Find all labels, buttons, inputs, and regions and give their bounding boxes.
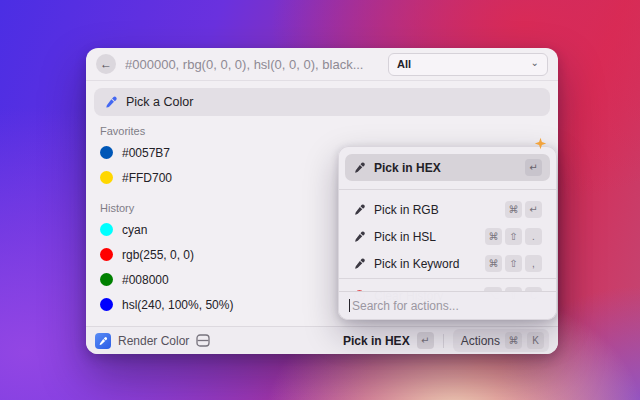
eyedropper-icon [353, 230, 366, 243]
primary-action-button[interactable]: Pick in HEX [343, 334, 410, 348]
eyedropper-icon [98, 336, 108, 346]
cmd-key-badge: ⌘ [505, 201, 522, 218]
desktop-background: ← #000000, rbg(0, 0, 0), hsl(0, 0, 0), b… [0, 0, 640, 400]
comma-key-badge: , [525, 255, 542, 272]
color-label: cyan [122, 223, 147, 237]
color-swatch [100, 146, 113, 159]
color-label: #FFD700 [122, 171, 172, 185]
eyedropper-icon [353, 161, 366, 174]
filter-dropdown-value: All [397, 58, 411, 70]
cmd-key-badge: ⌘ [485, 255, 502, 272]
action-label: Pick in Keyword [374, 257, 477, 271]
printer-icon [196, 334, 210, 347]
color-label: rgb(255, 0, 0) [122, 248, 194, 262]
actions-popup: Pick in HEX ↵ Pick in RGB ⌘ ↵ Pick in HS… [338, 146, 557, 320]
popup-divider [339, 189, 556, 190]
actions-search-placeholder: Search for actions... [352, 299, 459, 313]
color-label: #0057B7 [122, 146, 170, 160]
footer-divider [443, 334, 444, 348]
actions-label: Actions [461, 334, 500, 348]
text-caret [349, 299, 350, 312]
filter-dropdown[interactable]: All ⌄ [388, 53, 548, 76]
action-pick-in-keyword[interactable]: Pick in Keyword ⌘ ⇧ , [345, 250, 550, 277]
action-pick-in-hsl[interactable]: Pick in HSL ⌘ ⇧ . [345, 223, 550, 250]
window-footer: Render Color Pick in HEX ↵ Actions ⌘ K [86, 326, 558, 354]
color-swatch [100, 171, 113, 184]
color-swatch [100, 248, 113, 261]
return-key-badge: ↵ [417, 332, 434, 349]
popup-divider [339, 278, 556, 279]
color-swatch [100, 298, 113, 311]
cmd-key-badge: ⌘ [485, 228, 502, 245]
color-search-input[interactable]: #000000, rbg(0, 0, 0), hsl(0, 0, 0), bla… [125, 57, 379, 72]
color-label: hsl(240, 100%, 50%) [122, 298, 233, 312]
chevron-down-icon: ⌄ [531, 57, 539, 68]
action-label: Pick in RGB [374, 203, 497, 217]
action-label: Pick in HEX [374, 161, 517, 175]
color-swatch [100, 223, 113, 236]
app-name: Render Color [118, 334, 189, 348]
return-key-badge: ↵ [525, 159, 542, 176]
cmd-key-badge: ⌘ [505, 332, 522, 349]
action-label: Pick in HSL [374, 230, 477, 244]
section-label-favorites: Favorites [100, 125, 558, 137]
command-label: Pick a Color [126, 95, 193, 109]
shift-key-badge: ⇧ [505, 228, 522, 245]
shift-key-badge: ⇧ [505, 255, 522, 272]
color-label: #008000 [122, 273, 169, 287]
return-key-badge: ↵ [525, 201, 542, 218]
window-header: ← #000000, rbg(0, 0, 0), hsl(0, 0, 0), b… [86, 48, 558, 81]
action-pick-in-rgb[interactable]: Pick in RGB ⌘ ↵ [345, 196, 550, 223]
eyedropper-icon [353, 257, 366, 270]
color-swatch [100, 273, 113, 286]
actions-menu-button[interactable]: Actions ⌘ K [453, 329, 549, 352]
back-button[interactable]: ← [96, 54, 116, 74]
period-key-badge: . [525, 228, 542, 245]
k-key-badge: K [527, 332, 544, 349]
list-item-pick-a-color[interactable]: Pick a Color [94, 88, 550, 116]
app-icon [95, 333, 111, 349]
action-pick-in-hex[interactable]: Pick in HEX ↵ [345, 154, 550, 181]
eyedropper-icon [353, 203, 366, 216]
actions-search-input[interactable]: Search for actions... [339, 291, 556, 319]
eyedropper-icon [104, 95, 118, 109]
favorite-star-icon [534, 137, 547, 150]
